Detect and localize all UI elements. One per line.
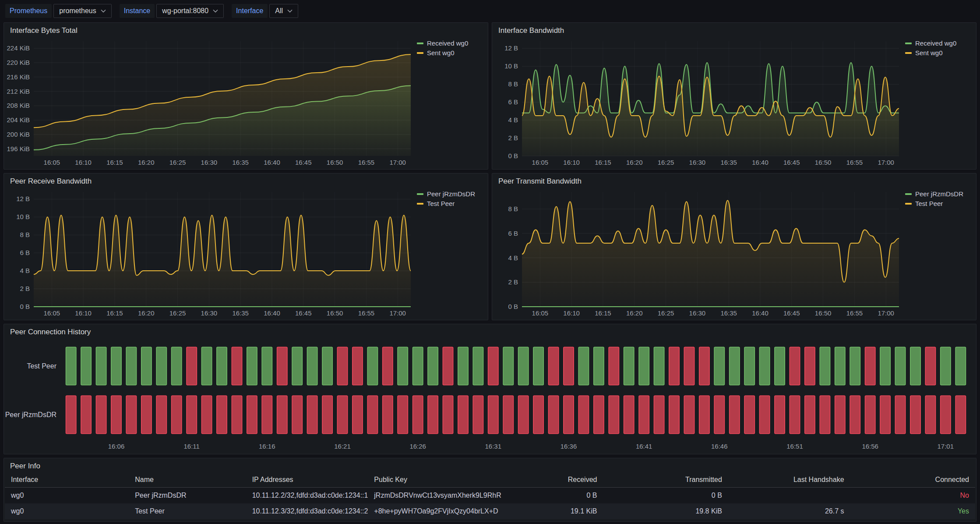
interface-variable-dropdown[interactable]: All xyxy=(269,4,298,18)
svg-text:208 KiB: 208 KiB xyxy=(7,102,30,109)
legend-label: Received wg0 xyxy=(427,39,468,47)
svg-text:8 B: 8 B xyxy=(508,205,518,212)
legend-item[interactable]: Sent wg0 xyxy=(905,49,972,57)
cell-transmitted: 0 B xyxy=(603,488,728,504)
cell-interface: wg0 xyxy=(5,503,129,519)
svg-text:16:55: 16:55 xyxy=(358,159,375,166)
peer-connection-history-chart[interactable]: Test PeerPeer jRzmDsDR16:0616:1116:1616:… xyxy=(5,338,973,453)
legend-item[interactable]: Sent wg0 xyxy=(417,49,483,57)
column-header-name[interactable]: Name xyxy=(129,472,246,488)
cell-ip-addresses: 10.11.12.2/32,fdfd:d3ad:c0de:1234::1/128 xyxy=(246,488,368,504)
panel-title[interactable]: Peer Receive Bandwidth xyxy=(4,173,488,188)
svg-text:16:30: 16:30 xyxy=(201,159,218,166)
legend-item[interactable]: Test Peer xyxy=(905,200,972,207)
svg-text:6 B: 6 B xyxy=(508,98,518,106)
svg-text:16:16: 16:16 xyxy=(259,443,275,450)
datasource-variable-value: prometheus xyxy=(59,7,96,15)
legend-label: Received wg0 xyxy=(915,39,956,47)
legend-item[interactable]: Test Peer xyxy=(417,200,483,207)
column-header-connected[interactable]: Connected xyxy=(850,472,975,488)
svg-text:17:00: 17:00 xyxy=(878,309,894,317)
datasource-variable-dropdown[interactable]: prometheus xyxy=(53,4,112,18)
svg-text:4 B: 4 B xyxy=(20,267,30,274)
column-header-public-key[interactable]: Public Key xyxy=(368,472,531,488)
column-header-ip-addresses[interactable]: IP Addresses xyxy=(246,472,368,488)
svg-text:17:00: 17:00 xyxy=(389,309,406,317)
column-header-transmitted[interactable]: Transmitted xyxy=(603,472,728,488)
instance-variable-value: wg-portal:8080 xyxy=(162,7,208,15)
panel-title[interactable]: Interface Bandwidth xyxy=(492,23,976,37)
legend-swatch-icon xyxy=(417,42,423,44)
svg-text:16:50: 16:50 xyxy=(327,159,343,166)
datasource-variable-label: Prometheus xyxy=(5,4,52,18)
svg-text:16:20: 16:20 xyxy=(626,159,643,166)
svg-text:216 KiB: 216 KiB xyxy=(7,73,30,81)
cell-received: 19.1 KiB xyxy=(531,503,603,519)
legend-label: Test Peer xyxy=(915,200,943,207)
svg-text:16:05: 16:05 xyxy=(532,309,549,317)
svg-text:8 B: 8 B xyxy=(20,231,30,238)
chart-canvas: 0 B2 B4 B6 B8 B10 B12 B16:0516:1016:1516… xyxy=(493,37,902,168)
legend-item[interactable]: Received wg0 xyxy=(905,39,972,47)
instance-variable-control: Instance wg-portal:8080 xyxy=(120,4,224,18)
svg-text:16:46: 16:46 xyxy=(711,443,728,450)
svg-text:16:35: 16:35 xyxy=(720,309,737,317)
svg-text:16:20: 16:20 xyxy=(626,309,643,317)
svg-text:16:56: 16:56 xyxy=(862,443,878,450)
interface-bandwidth-chart[interactable]: 0 B2 B4 B6 B8 B10 B12 B16:0516:1016:1516… xyxy=(493,37,902,168)
svg-text:16:20: 16:20 xyxy=(138,309,155,317)
svg-text:16:50: 16:50 xyxy=(815,309,832,317)
panel-title[interactable]: Peer Info xyxy=(4,458,976,472)
panel-interface-bandwidth: Interface Bandwidth 0 B2 B4 B6 B8 B10 B1… xyxy=(492,22,976,170)
svg-text:16:45: 16:45 xyxy=(783,309,800,317)
chevron-down-icon xyxy=(101,9,106,13)
interface-bytes-total-chart[interactable]: 196 KiB200 KiB204 KiB208 KiB212 KiB216 K… xyxy=(5,37,414,168)
column-header-received[interactable]: Received xyxy=(531,472,603,488)
panel-title[interactable]: Peer Connection History xyxy=(4,324,976,338)
peer-transmit-bandwidth-chart[interactable]: 0 B2 B4 B6 B8 B16:0516:1016:1516:2016:25… xyxy=(493,188,902,319)
panel-title[interactable]: Peer Transmit Bandwidth xyxy=(492,173,976,188)
svg-text:16:20: 16:20 xyxy=(138,159,155,166)
svg-text:2 B: 2 B xyxy=(20,285,30,292)
cell-public-key: +8he+pyWH7Oa9g2FVjIxQzy04brLX+D xyxy=(368,503,531,519)
legend-swatch-icon xyxy=(905,203,912,205)
table-row: wg0 Peer jRzmDsDR 10.11.12.2/32,fdfd:d3a… xyxy=(5,488,975,504)
peer-info-table-wrap: Interface Name IP Addresses Public Key R… xyxy=(4,472,976,521)
svg-text:16:10: 16:10 xyxy=(563,309,580,317)
table-header-row: Interface Name IP Addresses Public Key R… xyxy=(5,472,975,488)
chevron-down-icon xyxy=(287,9,293,13)
svg-text:16:15: 16:15 xyxy=(595,309,611,317)
svg-text:16:45: 16:45 xyxy=(295,309,312,317)
svg-text:16:25: 16:25 xyxy=(658,159,674,166)
svg-text:16:10: 16:10 xyxy=(563,159,580,166)
instance-variable-dropdown[interactable]: wg-portal:8080 xyxy=(156,4,224,18)
interface-variable-value: All xyxy=(275,7,283,15)
legend-item[interactable]: Peer jRzmDsDR xyxy=(417,190,483,198)
panel-peer-connection-history: Peer Connection History Test PeerPeer jR… xyxy=(4,324,976,454)
svg-text:Peer jRzmDsDR: Peer jRzmDsDR xyxy=(5,411,56,418)
legend-swatch-icon xyxy=(417,203,423,205)
chart-legend: Received wg0Sent wg0 xyxy=(902,37,973,168)
peer-receive-bandwidth-chart[interactable]: 0 B2 B4 B6 B8 B10 B12 B16:0516:1016:1516… xyxy=(5,188,414,319)
cell-interface: wg0 xyxy=(5,488,129,504)
svg-text:8 B: 8 B xyxy=(508,80,518,88)
column-header-interface[interactable]: Interface xyxy=(5,472,129,488)
svg-text:16:41: 16:41 xyxy=(636,443,652,450)
svg-text:16:30: 16:30 xyxy=(201,309,218,317)
cell-received: 0 B xyxy=(531,488,603,504)
svg-text:200 KiB: 200 KiB xyxy=(7,131,30,138)
dashboard-grid: Interface Bytes Total 196 KiB200 KiB204 … xyxy=(0,20,980,524)
column-header-last-handshake[interactable]: Last Handshake xyxy=(728,472,850,488)
panel-title[interactable]: Interface Bytes Total xyxy=(4,23,488,37)
svg-text:16:26: 16:26 xyxy=(409,443,426,450)
cell-transmitted: 19.8 KiB xyxy=(603,503,728,519)
legend-item[interactable]: Peer jRzmDsDR xyxy=(905,190,972,198)
svg-text:Test Peer: Test Peer xyxy=(27,362,56,370)
legend-item[interactable]: Received wg0 xyxy=(417,39,483,47)
svg-text:16:35: 16:35 xyxy=(232,309,249,317)
instance-variable-label: Instance xyxy=(120,4,155,18)
legend-swatch-icon xyxy=(905,193,912,195)
svg-text:2 B: 2 B xyxy=(508,278,518,286)
svg-text:16:06: 16:06 xyxy=(108,443,125,450)
svg-text:16:55: 16:55 xyxy=(846,159,863,166)
